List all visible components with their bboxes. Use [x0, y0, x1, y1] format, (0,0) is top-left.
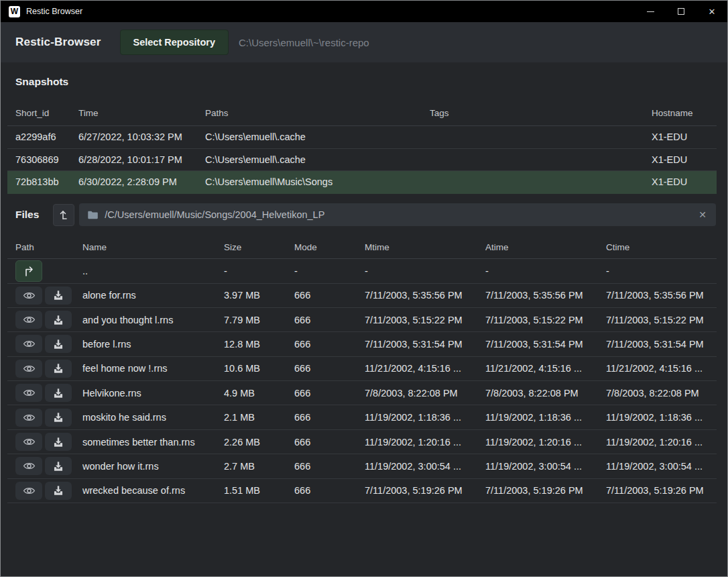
download-icon	[53, 363, 64, 374]
file-row[interactable]: wrecked because of.rns 1.51 MB 666 7/11/…	[7, 479, 717, 503]
clear-path-button[interactable]: ✕	[697, 209, 708, 220]
col-ctime: Ctime	[606, 242, 709, 252]
file-mode: 666	[294, 315, 365, 325]
file-row[interactable]: Helvikone.rns 4.9 MB 666 7/8/2003, 8:22:…	[7, 381, 717, 405]
go-up-button[interactable]	[15, 260, 42, 282]
snapshot-row[interactable]: a2299af6 6/27/2022, 10:03:32 PM C:\Users…	[7, 126, 717, 149]
snapshot-row[interactable]: 76306869 6/28/2022, 10:01:17 PM C:\Users…	[7, 149, 717, 172]
col-short-id: Short_id	[15, 108, 78, 118]
file-mtime: 7/8/2003, 8:22:08 PM	[365, 388, 485, 399]
file-row[interactable]: wonder how it.rns 2.7 MB 666 11/19/2002,…	[7, 454, 717, 478]
file-row[interactable]: feel home now !.rns 10.6 MB 666 11/21/20…	[7, 357, 717, 381]
preview-button[interactable]	[15, 409, 42, 427]
restore-download-button[interactable]	[45, 409, 72, 427]
col-paths: Paths	[205, 108, 430, 118]
restore-download-button[interactable]	[45, 311, 72, 329]
preview-button[interactable]	[15, 384, 42, 402]
file-size: 12.8 MB	[224, 339, 294, 350]
file-size: 7.79 MB	[224, 315, 294, 325]
restore-download-button[interactable]	[45, 360, 72, 378]
restore-download-button[interactable]	[45, 335, 72, 353]
corner-up-right-icon	[23, 265, 35, 277]
eye-icon	[23, 388, 36, 398]
file-row[interactable]: before l.rns 12.8 MB 666 7/11/2003, 5:31…	[7, 332, 717, 356]
download-icon	[53, 315, 64, 325]
file-ctime: 7/8/2003, 8:22:08 PM	[606, 388, 709, 399]
file-size: 10.6 MB	[224, 363, 294, 374]
file-mode: 666	[294, 339, 365, 350]
preview-button[interactable]	[15, 457, 42, 475]
preview-button[interactable]	[15, 482, 42, 500]
file-size: 2.7 MB	[224, 461, 294, 472]
empty-area	[1, 503, 727, 576]
select-repository-button[interactable]: Select Repository	[120, 30, 229, 55]
preview-button[interactable]	[15, 311, 42, 329]
snapshot-paths: C:\Users\emuell\Music\Songs	[205, 176, 430, 187]
snapshot-row-selected[interactable]: 72b813bb 6/30/2022, 2:28:09 PM C:\Users\…	[7, 171, 717, 194]
file-row[interactable]: moskito he said.rns 2.1 MB 666 11/19/200…	[7, 405, 717, 429]
maximize-button[interactable]	[666, 1, 696, 22]
col-size: Size	[224, 242, 294, 252]
file-atime: 11/19/2002, 1:20:16 ...	[485, 437, 606, 448]
col-hostname: Hostname	[652, 108, 709, 118]
restore-download-button[interactable]	[45, 433, 72, 451]
preview-button[interactable]	[15, 433, 42, 451]
restore-download-button[interactable]	[45, 384, 72, 402]
snapshots-title: Snapshots	[15, 76, 68, 88]
close-button[interactable]: ✕	[696, 1, 727, 22]
file-ctime: 11/19/2002, 1:20:16 ...	[606, 437, 709, 448]
col-path: Path	[15, 242, 82, 252]
file-ctime: 11/19/2002, 1:18:36 ...	[606, 412, 709, 423]
file-name: sometimes better than.rns	[82, 437, 224, 448]
file-row[interactable]: and you thought l.rns 7.79 MB 666 7/11/2…	[7, 308, 717, 332]
file-mtime: 7/11/2003, 5:35:56 PM	[365, 290, 485, 301]
preview-button[interactable]	[15, 286, 42, 305]
snapshot-time: 6/28/2022, 10:01:17 PM	[78, 154, 205, 165]
file-mode: 666	[294, 485, 365, 496]
snapshot-paths: C:\Users\emuell\.cache	[205, 132, 430, 142]
eye-icon	[23, 315, 36, 325]
eye-icon	[23, 413, 36, 423]
arrow-up-from-bar-icon	[58, 209, 69, 221]
maximize-icon	[678, 8, 684, 15]
title-bar: W Restic Browser ✕	[1, 1, 727, 22]
file-ctime: 11/21/2002, 4:15:16 ...	[606, 363, 709, 374]
file-atime: 7/11/2003, 5:31:54 PM	[485, 339, 606, 350]
preview-button[interactable]	[15, 360, 42, 378]
download-icon	[53, 485, 64, 496]
minimize-button[interactable]	[635, 1, 666, 22]
download-icon	[53, 412, 64, 423]
file-mtime: 7/11/2003, 5:19:26 PM	[365, 485, 485, 496]
file-mode: 666	[294, 388, 365, 399]
restore-download-button[interactable]	[45, 482, 72, 500]
download-icon	[53, 290, 64, 301]
parent-directory-row[interactable]: .. - - - - -	[7, 259, 717, 284]
file-name: moskito he said.rns	[82, 412, 224, 423]
file-name: feel home now !.rns	[82, 363, 224, 374]
folder-icon	[87, 210, 99, 220]
eye-icon	[23, 364, 36, 374]
file-mode: 666	[294, 412, 365, 423]
file-size: 2.26 MB	[224, 437, 294, 448]
restore-download-button[interactable]	[45, 457, 72, 475]
restore-download-button[interactable]	[45, 286, 72, 305]
clear-icon: ✕	[699, 209, 707, 220]
file-name: wonder how it.rns	[82, 461, 224, 472]
preview-button[interactable]	[15, 335, 42, 353]
snapshot-hostname: X1-EDU	[652, 176, 709, 187]
download-icon	[53, 339, 64, 350]
app-icon: W	[9, 6, 20, 17]
col-atime: Atime	[485, 242, 606, 252]
file-row[interactable]: alone for.rns 3.97 MB 666 7/11/2003, 5:3…	[7, 284, 717, 308]
file-size: 3.97 MB	[224, 290, 294, 301]
eye-icon	[23, 461, 36, 471]
eye-icon	[23, 486, 36, 496]
file-path-bar[interactable]: /C/Users/emuell/Music/Songs/2004_Helveti…	[79, 203, 716, 226]
up-level-button[interactable]	[53, 204, 74, 226]
current-path: /C/Users/emuell/Music/Songs/2004_Helveti…	[105, 209, 697, 220]
file-atime: 11/21/2002, 4:15:16 ...	[485, 363, 606, 374]
file-row[interactable]: sometimes better than.rns 2.26 MB 666 11…	[7, 430, 717, 454]
file-ctime: 7/11/2003, 5:35:56 PM	[606, 290, 709, 301]
snapshot-short-id: a2299af6	[15, 132, 78, 142]
window-title: Restic Browser	[26, 7, 82, 16]
